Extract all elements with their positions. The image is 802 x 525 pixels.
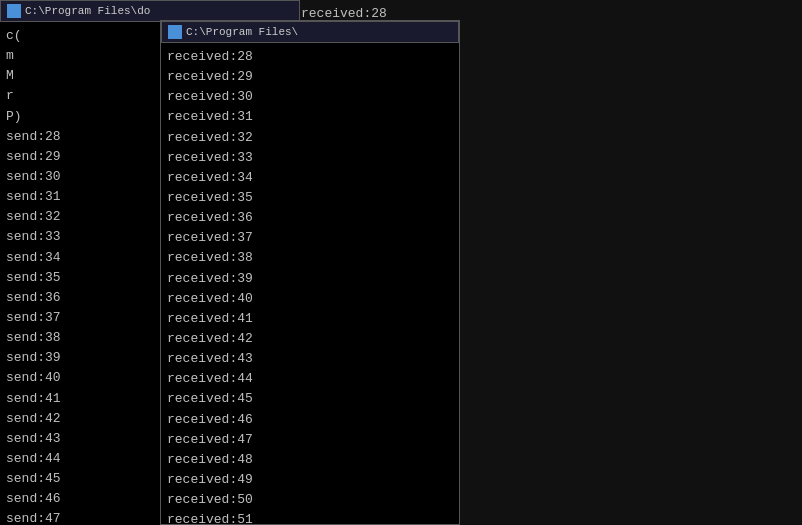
title-bar-1: C:\Program Files\do xyxy=(0,0,300,22)
terminal-window-2[interactable]: C:\Program Files\ received:28 received:2… xyxy=(160,20,460,525)
terminal-icon-1 xyxy=(7,4,21,18)
title-label-1: C:\Program Files\do xyxy=(25,5,150,17)
title-bar-2: C:\Program Files\ xyxy=(161,21,459,43)
terminal-content-2: received:28 received:29 received:30 rece… xyxy=(161,43,459,525)
title-label-2: C:\Program Files\ xyxy=(186,26,298,38)
terminal-icon-2 xyxy=(168,25,182,39)
